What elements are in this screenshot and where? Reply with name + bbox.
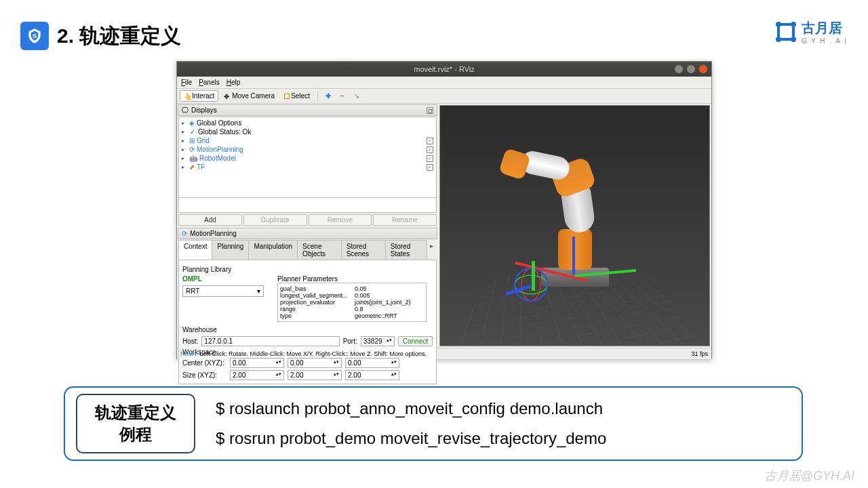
reset-link[interactable]: Reset	[180, 350, 197, 357]
svg-text:S: S	[33, 32, 37, 39]
tab-planning[interactable]: Planning	[212, 240, 249, 260]
move-camera-button[interactable]: ✥Move Camera	[220, 90, 279, 102]
menu-file[interactable]: File	[181, 79, 192, 86]
monitor-icon: 🖵	[182, 106, 189, 114]
displays-header[interactable]: 🖵 Displays ◻	[178, 104, 437, 116]
slide-title: 2. 轨迹重定义	[57, 22, 181, 50]
slide-icon: S	[20, 22, 49, 50]
svg-point-4	[791, 37, 796, 42]
command-1: $ roslaunch probot_anno_moveit_config de…	[216, 394, 606, 424]
mouse-hint: Left-Click: Rotate. Middle-Click: Move X…	[200, 350, 427, 357]
size-x-input[interactable]: 2.00▴▾	[230, 370, 284, 380]
motionplanning-checkbox[interactable]: ✓	[427, 146, 433, 153]
toolbar: 👆Interact ✥Move Camera Select ✚ − ↘	[177, 89, 711, 104]
add-tool-icon[interactable]: ✚	[321, 90, 335, 102]
svg-rect-5	[781, 23, 791, 26]
svg-rect-6	[781, 38, 791, 41]
duplicate-button[interactable]: Duplicate	[243, 214, 307, 226]
command-box: 轨迹重定义 例程 $ roslaunch probot_anno_moveit_…	[64, 386, 803, 461]
brand-logo: 古月居 G Y H . A I	[774, 19, 848, 45]
planner-select[interactable]: RRT▾	[182, 285, 264, 297]
brand-name: 古月居	[802, 19, 848, 37]
tab-stored-scenes[interactable]: Stored Scenes	[341, 240, 386, 260]
host-label: Host:	[182, 338, 198, 345]
close-icon[interactable]	[699, 65, 707, 73]
context-panel: Planning Library OMPL RRT▾ Planner Param…	[178, 260, 437, 384]
menubar: File Panels Help	[177, 77, 711, 89]
port-input[interactable]: 33829▴▾	[361, 336, 395, 346]
window-title: moveit.rviz* - RViz	[414, 65, 474, 73]
tf-checkbox[interactable]: ✓	[427, 164, 433, 171]
add-button[interactable]: Add	[178, 214, 242, 226]
center-label: Center (XYZ):	[182, 359, 226, 367]
motion-tabs: Context Planning Manipulation Scene Obje…	[178, 240, 437, 260]
select-button[interactable]: Select	[280, 90, 314, 102]
svg-point-3	[776, 37, 781, 42]
size-z-input[interactable]: 2.00▴▾	[345, 370, 399, 380]
connect-button[interactable]: Connect	[398, 336, 433, 346]
arrow-tool-icon[interactable]: ↘	[350, 90, 363, 102]
brand-sub: G Y H . A I	[802, 37, 848, 45]
menu-help[interactable]: Help	[226, 79, 241, 86]
titlebar[interactable]: moveit.rviz* - RViz	[177, 62, 711, 77]
tab-manipulation[interactable]: Manipulation	[248, 240, 298, 260]
grid-checkbox[interactable]: ✓	[427, 138, 433, 144]
svg-point-2	[791, 22, 796, 27]
size-y-input[interactable]: 2.00▴▾	[288, 370, 342, 380]
robotmodel-checkbox[interactable]: ✓	[427, 155, 433, 162]
tab-stored-states[interactable]: Stored States	[385, 240, 427, 260]
left-panel: 🖵 Displays ◻ ▸◈Global Options ▸✓Global S…	[177, 104, 438, 348]
tab-scene-objects[interactable]: Scene Objects	[297, 240, 342, 260]
remove-tool-icon[interactable]: −	[336, 90, 349, 102]
motionplanning-header[interactable]: ⟳MotionPlanning	[178, 228, 437, 239]
command-label: 轨迹重定义 例程	[76, 394, 195, 453]
center-z-input[interactable]: 0.00▴▾	[345, 358, 399, 368]
port-label: Port:	[343, 338, 357, 345]
rename-button[interactable]: Rename	[373, 214, 437, 226]
rviz-window: moveit.rviz* - RViz File Panels Help 👆In…	[176, 61, 712, 359]
warehouse-label: Warehouse	[182, 326, 433, 333]
param-table[interactable]: goal_bias0.05 longest_valid_segment...0.…	[277, 283, 427, 322]
size-label: Size (XYZ):	[182, 371, 226, 379]
remove-button[interactable]: Remove	[309, 214, 372, 226]
menu-panels[interactable]: Panels	[199, 79, 220, 86]
svg-rect-8	[792, 27, 795, 37]
minimize-icon[interactable]	[675, 65, 683, 73]
ompl-label: OMPL	[182, 275, 264, 283]
command-2: $ rosrun probot_demo moveit_revise_traje…	[216, 424, 606, 453]
svg-point-1	[776, 22, 781, 27]
tab-overflow-icon[interactable]: ▸	[427, 240, 437, 260]
watermark: 古月居@GYH.AI	[764, 468, 854, 484]
svg-rect-7	[777, 27, 780, 37]
tab-context[interactable]: Context	[178, 240, 212, 260]
undock-icon[interactable]: ◻	[427, 107, 433, 114]
planner-params-label: Planner Parameters	[277, 275, 427, 283]
displays-tree[interactable]: ▸◈Global Options ▸✓Global Status: Ok ▸⊞G…	[178, 117, 437, 198]
3d-viewport[interactable]	[439, 105, 710, 346]
axis-z	[572, 237, 575, 274]
center-y-input[interactable]: 0.00▴▾	[288, 358, 342, 368]
center-x-input[interactable]: 0.00▴▾	[230, 358, 284, 368]
host-input[interactable]	[201, 336, 339, 346]
interact-button[interactable]: 👆Interact	[180, 90, 218, 102]
fps-display: 31 fps	[691, 350, 708, 357]
maximize-icon[interactable]	[687, 65, 695, 73]
planning-library-label: Planning Library	[182, 266, 433, 273]
